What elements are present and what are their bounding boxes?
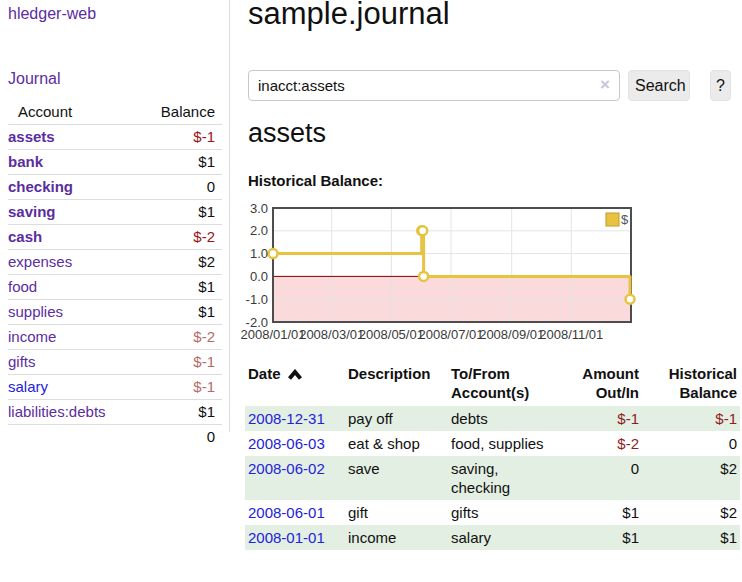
account-row-checking: checking 0 [8,175,222,200]
account-link-liabilities-debts[interactable]: liabilities:debts [8,403,106,420]
nav-journal-link[interactable]: Journal [8,70,60,88]
transaction-description: income [345,525,448,550]
transaction-amount: $-1 [562,406,642,431]
account-balance: $2 [139,250,222,275]
account-balance: $1 [139,300,222,325]
account-row-liabilities-debts: liabilities:debts $1 [8,400,222,425]
legend-label: $ [621,212,629,227]
data-point-marker [419,272,428,281]
page-title: sample.journal [248,0,450,32]
x-tick-label: 2008/05/01 [359,327,424,342]
account-link-bank[interactable]: bank [8,153,43,170]
historical-balance-chart: $3.02.01.00.0-1.0-2.02008/01/012008/03/0… [246,205,742,350]
accounts-total-row: 0 [8,425,222,450]
account-link-saving[interactable]: saving [8,203,56,220]
transaction-description: pay off [345,406,448,431]
transaction-row: 2008-06-02 save saving, checking 0 $2 [245,456,740,500]
transaction-row: 2008-01-01 income salary $1 $1 [245,525,740,550]
transaction-amount: $1 [562,525,642,550]
transaction-date-link[interactable]: 2008-01-01 [248,529,325,546]
x-tick-label: 2008/07/01 [418,327,483,342]
account-row-income: income $-2 [8,325,222,350]
data-point-marker [418,226,427,235]
account-link-cash[interactable]: cash [8,228,42,245]
x-tick-label: 2008/09/01 [479,327,544,342]
y-tick-label: 3.0 [250,201,268,216]
transaction-amount: $1 [562,500,642,525]
y-tick-label: -1.0 [246,292,268,307]
col-header-date[interactable]: Date [245,362,345,406]
data-point-marker [626,295,635,304]
x-tick-label: 2008/03/01 [299,327,364,342]
account-heading: assets [248,118,326,149]
account-balance: $1 [139,150,222,175]
transaction-date-link[interactable]: 2008-06-02 [248,460,325,477]
help-button[interactable]: ? [710,70,731,101]
transaction-accounts: saving, checking [448,456,562,500]
account-row-supplies: supplies $1 [8,300,222,325]
account-row-assets: assets $-1 [8,125,222,150]
account-link-food[interactable]: food [8,278,37,295]
accounts-header-row: Account Balance [8,100,222,125]
search-form: × Search ? [248,70,740,101]
transaction-accounts: gifts [448,500,562,525]
account-link-expenses[interactable]: expenses [8,253,72,270]
accounts-header-balance: Balance [139,100,222,125]
account-link-income[interactable]: income [8,328,56,345]
accounts-table: Account Balance assets $-1 bank $1 check… [8,100,222,449]
clear-search-icon[interactable]: × [596,76,614,94]
transaction-accounts: debts [448,406,562,431]
account-balance: $-2 [139,225,222,250]
account-row-food: food $1 [8,275,222,300]
transactions-header-row: Date Description To/From Account(s) Amou… [245,362,740,406]
accounts-header-account: Account [8,100,139,125]
y-tick-label: 1.0 [250,246,268,261]
x-tick-label: 2008/01/01 [240,327,305,342]
y-tick-label: 0.0 [250,269,268,284]
account-row-expenses: expenses $2 [8,250,222,275]
transaction-amount: $-2 [562,431,642,456]
search-input[interactable] [248,70,620,101]
account-row-bank: bank $1 [8,150,222,175]
account-link-checking[interactable]: checking [8,178,73,195]
transaction-description: save [345,456,448,500]
account-balance: $1 [139,275,222,300]
transaction-description: eat & shop [345,431,448,456]
search-button[interactable]: Search [628,70,690,101]
transaction-accounts: food, supplies [448,431,562,456]
transaction-balance: 0 [642,431,740,456]
account-row-salary: salary $-1 [8,375,222,400]
chart-canvas: $3.02.01.00.0-1.0-2.02008/01/012008/03/0… [246,205,742,350]
transaction-row: 2008-06-03 eat & shop food, supplies $-2… [245,431,740,456]
transaction-balance: $1 [642,525,740,550]
transaction-description: gift [345,500,448,525]
transaction-date-link[interactable]: 2008-06-01 [248,504,325,521]
account-balance: $1 [139,400,222,425]
account-link-supplies[interactable]: supplies [8,303,63,320]
account-link-assets[interactable]: assets [8,128,55,145]
legend-swatch [606,213,619,226]
col-header-amount-outin: Amount Out/In [562,362,642,406]
main-content: sample.journal × Search ? assets Histori… [246,0,742,582]
account-balance: $-1 [139,125,222,150]
account-balance: 0 [139,175,222,200]
data-point-marker [269,249,278,258]
transaction-balance: $2 [642,500,740,525]
account-balance: $-1 [139,350,222,375]
x-tick-label: 2008/11/01 [539,327,603,342]
transaction-balance: $-1 [642,406,740,431]
transaction-amount: 0 [562,456,642,500]
account-balance: $-2 [139,325,222,350]
transaction-date-link[interactable]: 2008-06-03 [248,435,325,452]
account-row-saving: saving $1 [8,200,222,225]
sort-ascending-icon [288,369,302,380]
sidebar: hledger-web Journal Account Balance asse… [0,0,230,432]
account-link-salary[interactable]: salary [8,378,48,395]
app-brand-link[interactable]: hledger-web [8,5,96,23]
transaction-date-link[interactable]: 2008-12-31 [248,410,325,427]
transactions-table: Date Description To/From Account(s) Amou… [245,362,740,550]
col-header-description: Description [345,362,448,406]
transaction-balance: $2 [642,456,740,500]
account-link-gifts[interactable]: gifts [8,353,36,370]
transaction-accounts: salary [448,525,562,550]
